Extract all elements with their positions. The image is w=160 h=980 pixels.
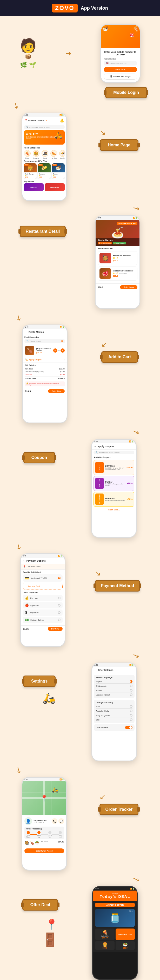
section-mobile-login: 🧑 📦 🌿 🌱 ➜ 🍕 🍜 🍣 Enter your mobile number…: [0, 16, 160, 101]
phone-home: 9:45📶🔋 📍 Ontario, Canada ▼ 🔔 🔍 Restauran…: [22, 113, 67, 201]
credit-debit-label: Credit / Debit Card: [23, 571, 63, 573]
offer-badge: 50% OFF upto & $25: [117, 222, 138, 225]
available-coupons: Available Coupons: [92, 455, 136, 459]
label-settings: Settings: [23, 676, 55, 687]
bill-title: Bill Details: [25, 364, 65, 366]
arrow-section-2: ↘: [0, 204, 160, 213]
pay-now-btn[interactable]: Pay Now: [48, 627, 63, 631]
arrow-home: ↙: [100, 128, 106, 137]
section-coupon: Coupon 9:45📶🔋 ← Apply Coupon 🔍 Restauran…: [0, 436, 160, 542]
arrow-section-1: ↙: [0, 101, 160, 110]
arrow-payment: ↙: [95, 569, 101, 578]
phone-coupon: 9:45📶🔋 ← Apply Coupon 🔍 Restaurant, Food…: [91, 439, 136, 538]
header: ZOVO App Version: [0, 0, 160, 16]
settings-title: Offer Settings: [98, 669, 114, 671]
phone-cart: 9:45📶🔋 ← Fiesta Mexico Food Categories 🔍…: [22, 325, 68, 423]
recommended-label: Recommended: [98, 247, 138, 250]
phone-input[interactable]: 🇺🇸 Enter Phone Number: [104, 61, 137, 65]
label-coupon: Coupon: [24, 452, 55, 463]
label-restaurant-detail: Restaurant Detail: [20, 226, 66, 237]
logo: ZOVO: [52, 4, 78, 13]
arrow-section-4: ↘: [0, 427, 160, 436]
section-order-tracker: 9:45📶🔋 📍 🛵: [0, 774, 160, 875]
deal-title: Today's DEAL: [95, 894, 135, 899]
cart-categories: Food Categories: [23, 335, 67, 339]
phone-login: 🍕 🍜 🍣 Enter your mobile number to get OT…: [100, 24, 141, 83]
cash-delivery[interactable]: Cash on Delivery: [30, 619, 44, 621]
select-language-label: Select Language: [96, 676, 133, 679]
customer-address: 2239 Kipling St: [34, 822, 50, 823]
cart-total: $24.5: [25, 390, 31, 393]
label-offer-deal: Offer Deal: [22, 899, 58, 911]
amazing-offer: AMAZING OFFER: [97, 904, 133, 906]
mobile-label: Mobile Number: [104, 58, 137, 60]
section-home-page: 9:45📶🔋 📍 Ontario, Canada ▼ 🔔 🔍 Restauran…: [0, 110, 160, 204]
section-offer-deal: Offer Deal 📍 🚪 9:45📶🔋 Today's Today's DE…: [0, 883, 160, 980]
phone-restaurant: 9:45📶🔋 🍝 Fiesta Mexico ⏱ 20-30 Minutes 🛵…: [95, 215, 140, 309]
login-title: Enter your mobile number to get OTP: [104, 51, 137, 56]
coupon-title: Apply Coupon: [98, 445, 114, 448]
track-order-btn[interactable]: Order When Placed: [24, 848, 64, 853]
label-order-tracker: Order Tracker: [100, 804, 139, 815]
payment-total: $44.5: [23, 628, 29, 630]
customer-name: Guy Hawkins: [34, 819, 50, 822]
add-new-card[interactable]: + Add New Card: [23, 583, 63, 589]
delivery-addr: Deliver to: Home: [27, 566, 41, 568]
arrow-login: ➜: [65, 49, 71, 58]
section-settings: Settings 🛵 9:45📶🔋 ← Offer Settings Selec…: [0, 660, 160, 765]
cart-title: Fiesta Mexico: [29, 331, 44, 333]
arrow-section-7: ↙: [0, 765, 160, 774]
phone-payment: 9:45📶🔋 ← Payment Options 📍 Deliver to: H…: [20, 553, 65, 647]
google-btn[interactable]: G Continue with Google: [104, 73, 137, 80]
categories-title: Food Categories: [24, 146, 65, 149]
home-search[interactable]: 🔍 Restaurant, Food & More: [24, 125, 65, 129]
character-illustration: 🧑 📦 🌿 🌱: [20, 39, 36, 68]
dark-theme-toggle[interactable]: [125, 726, 133, 729]
order-status: Order Processing: [27, 828, 62, 830]
google-pay[interactable]: Google Pay: [29, 612, 38, 614]
qty-minus[interactable]: −: [53, 348, 57, 353]
section-add-to-cart: 9:45📶🔋 ← Fiesta Mexico Food Categories 🔍…: [0, 322, 160, 427]
arrow-cart: ↙: [101, 340, 107, 349]
show-more-coupons[interactable]: Show More...: [94, 509, 134, 511]
top-banner-label: Top Banner: [24, 181, 65, 183]
change-currency-label: Change Currency: [96, 701, 133, 703]
arrow-section-8: ↘: [0, 875, 160, 883]
call-btn[interactable]: 📞: [52, 818, 57, 824]
dark-theme-label: Dark Theme: [96, 727, 108, 729]
men-offer: Men 50% OFF: [119, 933, 132, 935]
recommended-title: Recommended For You: [24, 160, 65, 162]
restaurant-name: Fiesta Mexico: [98, 239, 138, 242]
phone-settings: 9:45📶🔋 ← Offer Settings Select Language …: [92, 662, 137, 761]
phone-deal: 9:45📶🔋 Today's Today's DEAL AMAZING OFFE…: [92, 886, 138, 980]
cart-item-name: Mexican Chicken Recipe: [36, 347, 52, 351]
label-payment-method: Payment Method: [95, 580, 140, 592]
section-payment: 9:45📶🔋 ← Payment Options 📍 Deliver to: H…: [0, 551, 160, 651]
label-add-to-cart: Add to Cart: [101, 351, 138, 363]
arrow-section-6: ↘: [0, 651, 160, 660]
apple-pay[interactable]: Apple Pay: [30, 605, 39, 606]
payment-title: Payment Options: [27, 560, 46, 562]
menu-item-2: Mexican Shredded Beef: [113, 270, 136, 272]
arrow-section-5: ↙: [0, 542, 160, 551]
label-mobile-login: Mobile Login: [105, 87, 147, 98]
phone-tracker: 9:45📶🔋 📍 🛵: [22, 777, 67, 870]
menu-item-1: Restaurant Best Dish: [113, 255, 136, 256]
arrow-section-3: ↙: [0, 313, 160, 322]
pay-here[interactable]: Pay Here: [30, 597, 38, 599]
arrow-tracker: ↙: [100, 792, 105, 801]
label-home-page: Home Page: [100, 139, 138, 151]
other-payment-label: Other Payment: [23, 592, 63, 594]
card-number: Mastercard ****4550: [31, 577, 56, 579]
section-restaurant-detail: Restaurant Detail 9:45📶🔋 🍝 Fiesta Mexico…: [0, 213, 160, 313]
cart-order-btn[interactable]: Order Now: [48, 389, 65, 393]
apply-coupon-text[interactable]: Apply Coupon: [29, 359, 41, 361]
location-text: Ontario, Canada: [28, 119, 44, 122]
qty-plus[interactable]: +: [60, 348, 65, 353]
send-otp-btn[interactable]: Send OTP: [104, 67, 137, 72]
order-btn-restaurant[interactable]: Order Items: [120, 285, 138, 289]
header-title: App Version: [81, 5, 108, 11]
chat-btn[interactable]: 💬: [59, 818, 64, 824]
